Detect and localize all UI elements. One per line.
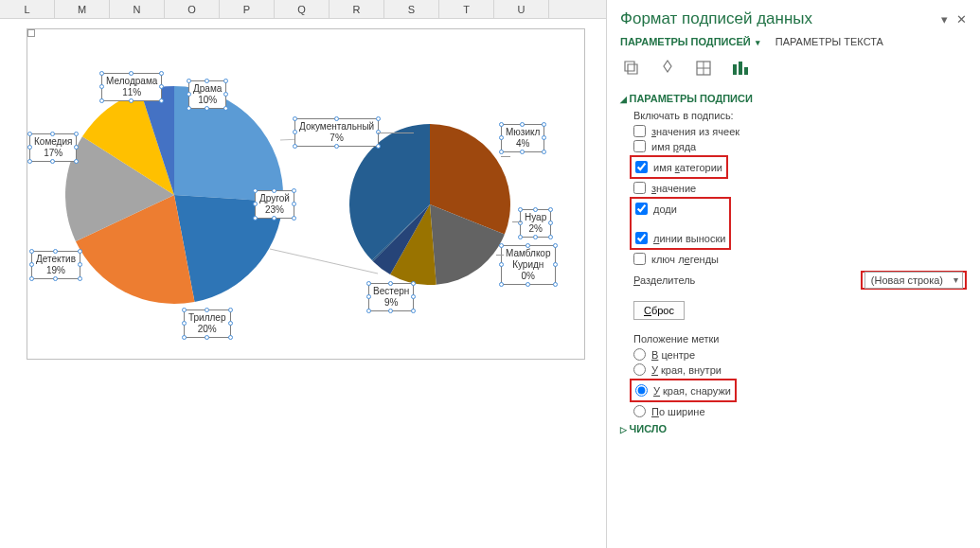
data-label[interactable]: Комедия17% — [29, 133, 77, 162]
col-header[interactable]: T — [439, 0, 494, 18]
label-options-icon[interactable] — [728, 57, 751, 80]
col-header[interactable]: R — [330, 0, 384, 18]
svg-marker-2 — [664, 61, 671, 72]
data-label[interactable]: Триллер20% — [184, 309, 231, 338]
data-label[interactable]: Драма10% — [188, 80, 226, 109]
format-data-labels-panel: Формат подписей данных ▾ ✕ ПАРАМЕТРЫ ПОД… — [606, 0, 980, 548]
panel-title: Формат подписей данных ▾ ✕ — [620, 9, 967, 28]
data-label[interactable]: Документальный7% — [294, 118, 379, 147]
close-icon[interactable]: ✕ — [956, 12, 967, 27]
tab-label-options[interactable]: ПАРАМЕТРЫ ПОДПИСЕЙ ▾ — [620, 36, 760, 49]
pie-main[interactable] — [65, 86, 283, 304]
check-legend-key[interactable]: ключ легенды — [633, 253, 967, 265]
svg-rect-8 — [744, 67, 748, 75]
pie-secondary[interactable] — [349, 124, 510, 285]
tab-text-options[interactable]: ПАРАМЕТРЫ ТЕКСТА — [775, 36, 883, 49]
radio-outside-end[interactable]: У края, снаружи — [635, 384, 731, 397]
leader-line — [378, 133, 414, 133]
check-category-name[interactable]: имя категории — [635, 161, 722, 173]
data-label[interactable]: Детектив19% — [31, 251, 80, 279]
col-header[interactable]: M — [55, 0, 110, 18]
fill-line-icon[interactable] — [620, 57, 643, 80]
dropdown-icon[interactable]: ▾ — [941, 12, 948, 27]
col-header[interactable]: P — [220, 0, 275, 18]
panel-icon-row — [620, 57, 967, 80]
label-position: Положение метки — [633, 333, 967, 345]
leader-line — [501, 156, 510, 157]
col-header[interactable]: U — [494, 0, 549, 18]
check-series-name[interactable]: имя ряда — [633, 140, 967, 152]
data-label[interactable]: Вестерн9% — [368, 283, 414, 311]
data-label[interactable]: Мюзикл4% — [501, 124, 544, 152]
check-leader-lines[interactable]: линии выноски — [635, 232, 725, 244]
check-values-from-cells[interactable]: значения из ячеек — [633, 125, 967, 137]
data-label[interactable]: МамблкорКуридн0% — [501, 245, 556, 285]
data-label[interactable]: Другой23% — [255, 190, 294, 219]
col-header[interactable]: L — [0, 0, 55, 18]
col-header[interactable]: N — [110, 0, 165, 18]
effects-icon[interactable] — [656, 57, 679, 80]
separator-select[interactable]: (Новая строка) — [864, 272, 963, 289]
col-header[interactable]: S — [384, 0, 439, 18]
check-percent[interactable]: доди — [635, 203, 725, 215]
include-in-label: Включать в подпись: — [633, 110, 967, 121]
section-number[interactable]: ЧИСЛО — [620, 423, 967, 434]
radio-best-fit[interactable]: По ширине — [633, 405, 967, 417]
data-label[interactable]: Мелодрама11% — [101, 73, 162, 101]
svg-rect-7 — [739, 62, 742, 75]
size-properties-icon[interactable] — [692, 57, 715, 80]
leader-line — [496, 255, 504, 256]
col-header[interactable]: Q — [275, 0, 330, 18]
column-headers: L M N O P Q R S T U — [0, 0, 606, 19]
leader-line — [512, 221, 522, 222]
worksheet-area: L M N O P Q R S T U — [0, 0, 606, 548]
radio-center[interactable]: В центре — [633, 348, 967, 361]
section-label-options[interactable]: ПАРАМЕТРЫ ПОДПИСИ — [620, 93, 967, 104]
panel-tabs: ПАРАМЕТРЫ ПОДПИСЕЙ ▾ ПАРАМЕТРЫ ТЕКСТА — [620, 36, 967, 49]
reset-button[interactable]: Сброс — [633, 301, 685, 320]
check-value[interactable]: значение — [633, 182, 967, 194]
data-label[interactable]: Нуар2% — [520, 209, 551, 238]
separator-label: Разделитель — [633, 274, 695, 286]
radio-inside-end[interactable]: У края, внутри — [633, 363, 967, 376]
svg-rect-6 — [733, 64, 737, 75]
col-header[interactable]: O — [165, 0, 220, 18]
chart-object[interactable]: Другой23% Триллер20% Детектив19% Комедия… — [27, 28, 585, 360]
